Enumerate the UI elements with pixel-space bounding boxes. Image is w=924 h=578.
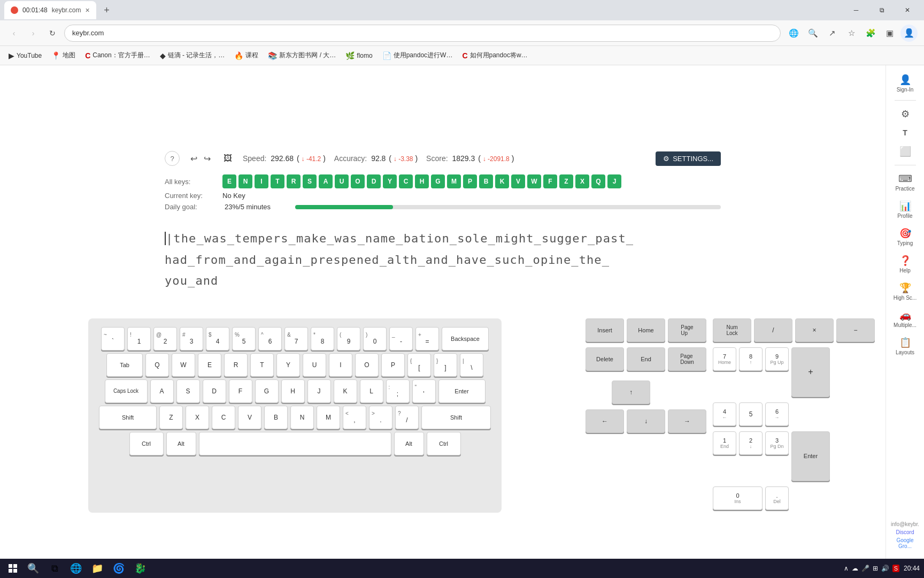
taskbar-explorer[interactable]: 📁 [88, 559, 107, 578]
key-num-enter[interactable]: Enter [791, 431, 830, 481]
taskbar-search[interactable]: 🔍 [24, 559, 43, 578]
key-quote[interactable]: "' [412, 379, 436, 403]
key-num0[interactable]: 0Ins [713, 486, 763, 510]
key-num1[interactable]: 1End [713, 431, 736, 455]
tray-ime[interactable]: S [892, 565, 899, 572]
key-1[interactable]: !1 [127, 327, 151, 351]
key-b[interactable]: B [264, 406, 288, 429]
key-ctrl-left[interactable]: Ctrl [129, 432, 164, 455]
taskbar-edge[interactable]: 🌐 [66, 559, 86, 578]
key-comma[interactable]: <, [343, 406, 366, 429]
tab-close-button[interactable]: × [85, 6, 89, 14]
bookmark-maps[interactable]: 📍 地图 [47, 49, 80, 62]
key-slash[interactable]: ?/ [395, 406, 419, 429]
key-capslock[interactable]: Caps Lock [105, 379, 148, 403]
panel-help[interactable]: ❓ Help [888, 252, 922, 277]
key-e[interactable]: E [198, 353, 221, 377]
key-j[interactable]: J [307, 379, 331, 403]
clock[interactable]: 20:44 [904, 565, 920, 572]
key-semicolon[interactable]: :; [386, 379, 410, 403]
key-7[interactable]: &7 [284, 327, 308, 351]
key-h[interactable]: H [281, 379, 305, 403]
active-tab[interactable]: 00:01:48 keybr.com × [4, 1, 96, 19]
key-num8[interactable]: 8↑ [739, 347, 763, 371]
key-up[interactable]: ↑ [612, 381, 650, 404]
key-lbracket[interactable]: {[ [407, 353, 431, 377]
bookmark-chains[interactable]: ◆ 链滴 - 记录生活，… [156, 49, 229, 62]
undo-button[interactable]: ↩ [188, 151, 199, 166]
key-num2[interactable]: 2↓ [739, 431, 763, 455]
key-alt-right[interactable]: Alt [394, 432, 424, 455]
key-s[interactable]: S [176, 379, 200, 403]
key-num3[interactable]: 3Pg Dn [765, 431, 789, 455]
key-insert[interactable]: Insert [586, 318, 624, 342]
key-i[interactable]: I [329, 353, 352, 377]
tray-arrow[interactable]: ∧ [844, 565, 849, 572]
key-right[interactable]: → [668, 409, 706, 433]
key-numlock[interactable]: NumLock [713, 318, 751, 342]
key-num6[interactable]: 6→ [765, 402, 789, 426]
search-icon[interactable]: 🔍 [804, 25, 821, 42]
key-3[interactable]: #3 [180, 327, 203, 351]
bookmark-pandoc2[interactable]: C 如何用pandoc将w… [458, 49, 532, 62]
key-4[interactable]: $4 [206, 327, 229, 351]
extensions-icon[interactable]: 🧩 [862, 25, 879, 42]
key-alt-left[interactable]: Alt [166, 432, 196, 455]
bookmark-canon[interactable]: C Canon：官方手册… [81, 49, 155, 62]
key-0[interactable]: )0 [363, 327, 387, 351]
panel-highscore[interactable]: 🏆 High Sc... [888, 279, 922, 304]
tray-volume[interactable]: 🔊 [881, 565, 889, 572]
key-f[interactable]: F [229, 379, 252, 403]
key-8[interactable]: *8 [311, 327, 334, 351]
key-5[interactable]: %5 [232, 327, 256, 351]
bookmark-xdf[interactable]: 📚 新东方图书网 / 大… [264, 49, 340, 62]
taskbar-app[interactable]: 🐉 [130, 559, 150, 578]
key-equals[interactable]: += [415, 327, 439, 351]
minimize-button[interactable]: ─ [844, 2, 868, 19]
new-tab-button[interactable]: + [98, 2, 116, 19]
key-tab[interactable]: Tab [106, 353, 143, 377]
key-y[interactable]: Y [276, 353, 300, 377]
key-backspace[interactable]: Backspace [442, 327, 489, 351]
sidebar-icon[interactable]: ▣ [881, 25, 898, 42]
back-button[interactable]: ‹ [6, 26, 21, 41]
bookmark-flomo[interactable]: 🌿 flomo [341, 49, 376, 62]
panel-practice[interactable]: ⌨ Practice [888, 170, 922, 195]
key-num4[interactable]: 4← [713, 402, 736, 426]
info-discord[interactable]: Discord [890, 529, 920, 535]
key-k[interactable]: K [334, 379, 357, 403]
panel-layout-box[interactable]: ⬜ [888, 142, 922, 161]
translate-icon[interactable]: 🌐 [785, 25, 802, 42]
key-num-div[interactable]: / [754, 318, 792, 342]
image-button[interactable]: 🖼 [221, 151, 234, 165]
key-t[interactable]: T [250, 353, 274, 377]
bookmark-icon[interactable]: ☆ [843, 25, 860, 42]
key-x[interactable]: X [186, 406, 209, 429]
tray-cloud[interactable]: ☁ [852, 565, 858, 572]
forward-button[interactable]: › [26, 26, 41, 41]
panel-signin[interactable]: 👤 Sign-In [888, 71, 922, 96]
tray-mic[interactable]: 🎤 [861, 565, 869, 572]
panel-typing[interactable]: 🎯 Typing [888, 224, 922, 249]
bookmark-course[interactable]: 🔥 课程 [230, 49, 263, 62]
start-button[interactable] [4, 560, 21, 577]
refresh-button[interactable]: ↻ [45, 26, 60, 41]
key-z[interactable]: Z [159, 406, 183, 429]
key-home[interactable]: Home [627, 318, 665, 342]
key-2[interactable]: @2 [153, 327, 177, 351]
profile-avatar[interactable]: 👤 [900, 25, 918, 42]
restore-button[interactable]: ⧉ [869, 2, 894, 19]
key-numdot[interactable]: .Del [765, 486, 789, 510]
key-w[interactable]: W [172, 353, 195, 377]
key-num-add[interactable]: + [791, 347, 830, 397]
key-o[interactable]: O [355, 353, 379, 377]
key-l[interactable]: L [360, 379, 383, 403]
key-period[interactable]: >. [369, 406, 392, 429]
key-num9[interactable]: 9Pg Up [765, 347, 789, 371]
key-pageup[interactable]: PageUp [668, 318, 706, 342]
key-p[interactable]: P [381, 353, 405, 377]
key-shift-right[interactable]: Shift [421, 406, 491, 429]
typing-area[interactable]: |the_was_tempers_make_was_name_bation_so… [165, 217, 721, 302]
help-button[interactable]: ? [165, 151, 180, 166]
key-d[interactable]: D [203, 379, 226, 403]
